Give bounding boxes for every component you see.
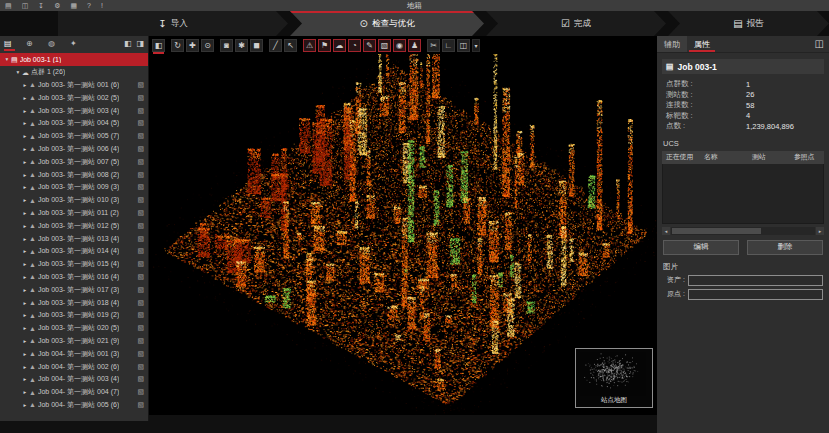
tree-row-station[interactable]: ▸▲Job 003- 第一测站 011 (2)▧ [0, 207, 148, 220]
station-image-icon[interactable]: ▧ [137, 363, 144, 371]
expander-icon[interactable]: ▾ [3, 56, 11, 62]
expander-icon[interactable]: ▸ [21, 287, 29, 293]
station-image-icon[interactable]: ▧ [137, 286, 144, 294]
expander-icon[interactable]: ▸ [21, 376, 29, 382]
tree-row-job-root[interactable]: ▾ ▤ Job 003-1 (1) [0, 53, 148, 66]
tree-row-station[interactable]: ▸▲Job 004- 第一测站 002 (6)▧ [0, 360, 148, 373]
station-image-icon[interactable]: ▧ [137, 311, 144, 319]
collapse-all-button[interactable]: ◨ [136, 40, 144, 48]
station-image-icon[interactable]: ▧ [137, 388, 144, 396]
tree-row-station[interactable]: ▸▲Job 003- 第一测站 001 (6)▧ [0, 79, 148, 92]
tree-row-station[interactable]: ▸▲Job 004- 第一测站 003 (4)▧ [0, 373, 148, 386]
links-tab[interactable]: ⊕ [26, 40, 48, 48]
station-image-icon[interactable]: ▧ [137, 235, 144, 243]
tree-row-station[interactable]: ▸▲Job 003- 第一测站 010 (3)▧ [0, 194, 148, 207]
station-image-icon[interactable]: ▧ [137, 222, 144, 230]
station-image-icon[interactable]: ▧ [137, 337, 144, 345]
expander-icon[interactable]: ▸ [21, 312, 29, 318]
tree-row-station[interactable]: ▸▲Job 003- 第一测站 015 (4)▧ [0, 258, 148, 271]
station-image-icon[interactable]: ▧ [137, 132, 144, 140]
more-tools-button[interactable]: ▾ [472, 39, 480, 52]
expander-icon[interactable]: ▾ [14, 69, 22, 75]
viewport-3d[interactable]: ◧↻✚⊙◙✱◼╱↖⚠⚑☁◔✎▧◉♟✂∟◫▾ 站点地图 [149, 36, 657, 415]
favorites-tab[interactable]: ✦ [70, 40, 92, 48]
tree-row-station[interactable]: ▸▲Job 003- 第一测站 007 (5)▧ [0, 155, 148, 168]
station-image-icon[interactable]: ▧ [137, 350, 144, 358]
tree-row-station[interactable]: ▸▲Job 003- 第一测站 020 (5)▧ [0, 322, 148, 335]
panel-toggle-button[interactable]: ◧ [152, 39, 165, 52]
tab-assist[interactable]: 辅助 [657, 36, 687, 52]
expander-icon[interactable]: ▸ [21, 402, 29, 408]
expander-icon[interactable]: ▸ [21, 197, 29, 203]
workflow-step-1[interactable]: ↧导入 [58, 11, 288, 36]
tree-row-station[interactable]: ▸▲Job 003- 第一测站 008 (2)▧ [0, 168, 148, 181]
station-image-icon[interactable]: ▧ [137, 107, 144, 115]
site-minimap[interactable]: 站点地图 [575, 348, 653, 408]
expand-all-button[interactable]: ◧ [124, 40, 132, 48]
tree-row-station[interactable]: ▸▲Job 003- 第一测站 014 (4)▧ [0, 245, 148, 258]
expander-icon[interactable]: ▸ [21, 261, 29, 267]
tree-row-station[interactable]: ▸▲Job 004- 第一测站 005 (6)▧ [0, 399, 148, 412]
station-image-icon[interactable]: ▧ [137, 247, 144, 255]
station-image-icon[interactable]: ▧ [137, 94, 144, 102]
expander-icon[interactable]: ▸ [21, 133, 29, 139]
annotation-visibility-toggle[interactable]: ✎ [363, 39, 376, 52]
origin-field-input[interactable] [688, 289, 823, 300]
tree-row-station[interactable]: ▸▲Job 003- 第一测站 009 (3)▧ [0, 181, 148, 194]
scrollbar-track[interactable] [671, 227, 815, 235]
tree-row-station[interactable]: ▸▲Job 003- 第一测站 017 (3)▧ [0, 283, 148, 296]
target-visibility-toggle[interactable]: ◔ [348, 39, 361, 52]
image-visibility-toggle[interactable]: ▧ [378, 39, 391, 52]
station-image-icon[interactable]: ▧ [137, 119, 144, 127]
expander-icon[interactable]: ▸ [21, 210, 29, 216]
scanner-visibility-toggle[interactable]: ♟ [408, 39, 421, 52]
expander-icon[interactable]: ▸ [21, 325, 29, 331]
station-image-icon[interactable]: ▧ [137, 196, 144, 204]
zoom-window-tool-button[interactable]: ⊙ [201, 39, 214, 52]
station-image-icon[interactable]: ▧ [137, 81, 144, 89]
polyline-tool-button[interactable]: ∟ [442, 39, 455, 52]
expander-icon[interactable]: ▸ [21, 184, 29, 190]
scroll-right-arrow[interactable]: ▸ [816, 227, 824, 235]
pan-tool-button[interactable]: ✚ [186, 39, 199, 52]
station-image-icon[interactable]: ▧ [137, 260, 144, 268]
tree-row-station[interactable]: ▸▲Job 003- 第一测站 019 (2)▧ [0, 309, 148, 322]
tree-row-station[interactable]: ▸▲Job 003- 第一测站 006 (4)▧ [0, 143, 148, 156]
station-visibility-toggle[interactable]: ⚠ [303, 39, 316, 52]
expander-icon[interactable]: ▸ [21, 389, 29, 395]
delete-button[interactable]: 删除 [747, 240, 823, 255]
expander-icon[interactable]: ▸ [21, 274, 29, 280]
tree-row-station[interactable]: ▸▲Job 003- 第一测站 004 (5)▧ [0, 117, 148, 130]
tree-row-station[interactable]: ▸▲Job 003- 第一测站 002 (5)▧ [0, 91, 148, 104]
station-image-icon[interactable]: ▧ [137, 299, 144, 307]
expander-icon[interactable]: ▸ [21, 236, 29, 242]
tree-row-station[interactable]: ▸▲Job 003- 第一测站 012 (5)▧ [0, 219, 148, 232]
station-image-icon[interactable]: ▧ [137, 171, 144, 179]
tree-row-station[interactable]: ▸▲Job 004- 第一测站 004 (7)▧ [0, 386, 148, 399]
expander-icon[interactable]: ▸ [21, 300, 29, 306]
workflow-step-2[interactable]: ⊙检查与优化 [290, 11, 484, 36]
asset-field-input[interactable] [688, 275, 823, 286]
orbit-tool-button[interactable]: ↻ [171, 39, 184, 52]
expander-icon[interactable]: ▸ [21, 248, 29, 254]
tree-row-station[interactable]: ▸▲Job 003- 第一测站 013 (4)▧ [0, 232, 148, 245]
cloud-visibility-toggle[interactable]: ☁ [333, 39, 346, 52]
point-display-button[interactable]: ✱ [235, 39, 248, 52]
station-image-icon[interactable]: ▧ [137, 145, 144, 153]
select-tool-button[interactable]: ↖ [284, 39, 297, 52]
station-image-icon[interactable]: ▧ [137, 209, 144, 217]
expander-icon[interactable]: ▸ [21, 338, 29, 344]
tree-row-station[interactable]: ▸▲Job 003- 第一测站 016 (4)▧ [0, 271, 148, 284]
station-image-icon[interactable]: ▧ [137, 375, 144, 383]
tree-row-station[interactable]: ▸▲Job 003- 第一测站 018 (4)▧ [0, 296, 148, 309]
expander-icon[interactable]: ▸ [21, 82, 29, 88]
station-image-icon[interactable]: ▧ [137, 401, 144, 409]
edit-button[interactable]: 编辑 [663, 240, 739, 255]
tree-row-station[interactable]: ▸▲Job 003- 第一测站 021 (9)▧ [0, 335, 148, 348]
scroll-left-arrow[interactable]: ◂ [662, 227, 670, 235]
expander-icon[interactable]: ▸ [21, 223, 29, 229]
expander-icon[interactable]: ▸ [21, 146, 29, 152]
expander-icon[interactable]: ▸ [21, 364, 29, 370]
clip-tool-button[interactable]: ✂ [427, 39, 440, 52]
station-image-icon[interactable]: ▧ [137, 324, 144, 332]
